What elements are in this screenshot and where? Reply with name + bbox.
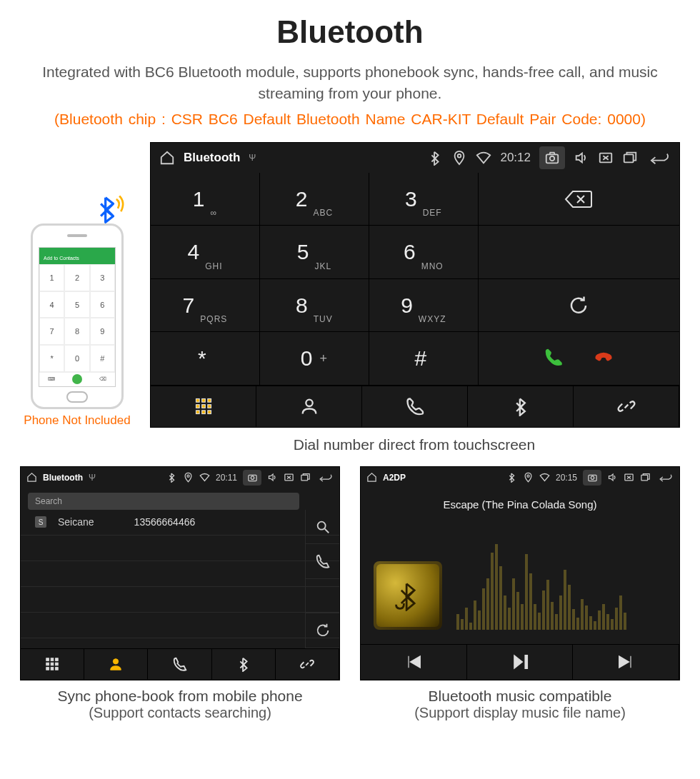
screenshot-button[interactable] [583,470,601,486]
pb-bottom-nav [21,648,339,680]
play-pause-button[interactable] [467,645,574,680]
hangup-button[interactable] [593,346,614,371]
svg-rect-28 [51,668,54,670]
volume-icon[interactable] [607,472,618,483]
svg-rect-26 [56,663,59,666]
backspace-button[interactable] [479,173,679,226]
svg-rect-29 [56,668,59,670]
equalizer-visual [456,544,666,630]
close-app-icon[interactable] [624,472,634,483]
wifi-icon [539,472,550,483]
svg-point-15 [187,475,189,477]
contact-row-empty [21,536,339,561]
search-input[interactable]: Search [28,493,299,510]
nav-contacts[interactable] [256,386,362,427]
home-icon[interactable] [26,472,37,483]
nav-bluetooth[interactable] [212,649,276,680]
key-0[interactable]: 0+ [260,332,369,386]
wifi-icon [199,472,210,483]
side-search-button[interactable] [305,510,339,545]
nav-pair[interactable] [574,386,679,427]
music-screenshot: A2DP 20:15 Escape (The Pina Colada Song) [360,466,680,680]
key-2[interactable]: 2ABC [260,173,369,226]
prev-track-button[interactable] [361,645,467,680]
key-8[interactable]: 8TUV [260,279,369,333]
svg-point-2 [550,156,554,161]
screenshot-button[interactable] [539,146,565,169]
nav-calllog[interactable] [362,386,468,427]
contact-row[interactable]: S Seicane 13566664466 [21,510,339,536]
home-icon[interactable] [366,472,377,483]
svg-rect-12 [201,411,205,414]
svg-rect-22 [51,658,54,661]
volume-icon[interactable] [574,150,589,166]
bluetooth-status-icon [166,472,177,483]
key-5[interactable]: 5JKL [260,226,369,279]
contact-number: 13566664466 [134,516,196,528]
key-7[interactable]: 7PQRS [151,279,260,333]
key-9[interactable]: 9WXYZ [369,279,479,333]
dial-keypad: 1∞ 2ABC 3DEF 4GHI 5JKL 6MNO 7PQRS 8TUV 9… [151,173,479,386]
caption-dialer: Dial number direct from touchscreen [149,436,680,453]
bluetooth-badge-icon [90,191,127,231]
music-status-bar: A2DP 20:15 [361,467,679,488]
contact-initial: S [35,516,46,528]
contact-row-empty [21,561,339,587]
phonebook-screenshot: Bluetooth Ψ 20:11 Search [20,466,340,680]
back-icon[interactable] [646,150,671,166]
next-track-button[interactable] [573,645,679,680]
contact-row-empty [21,587,339,613]
nav-contacts[interactable] [84,649,148,680]
clock: 20:11 [216,473,237,483]
app-title: A2DP [383,473,406,483]
nav-calllog[interactable] [148,649,211,680]
svg-point-20 [317,521,325,529]
close-app-icon[interactable] [284,472,294,483]
call-button[interactable] [543,346,564,371]
side-refresh-button[interactable] [305,613,339,648]
svg-rect-21 [46,658,49,661]
screenshot-button[interactable] [243,470,261,486]
recent-apps-icon[interactable] [640,472,651,483]
redial-button[interactable] [479,279,679,333]
svg-point-31 [527,475,529,477]
usb-icon: Ψ [249,153,256,163]
nav-dialpad[interactable] [151,386,256,427]
key-4[interactable]: 4GHI [151,226,260,279]
key-6[interactable]: 6MNO [369,226,479,279]
spec-line: (Bluetooth chip : CSR BC6 Default Blueto… [20,111,680,128]
caption-music: Bluetooth music compatible (Support disp… [360,688,680,721]
key-1[interactable]: 1∞ [151,173,260,226]
svg-rect-23 [56,658,59,661]
app-title: Bluetooth [43,473,83,483]
pb-status-bar: Bluetooth Ψ 20:11 [21,467,339,488]
svg-point-33 [591,476,594,479]
nav-bluetooth[interactable] [468,386,574,427]
svg-rect-9 [201,405,205,408]
nav-pair[interactable] [276,649,339,680]
close-app-icon[interactable] [598,150,614,166]
key-star[interactable]: * [151,332,260,386]
page-title: Bluetooth [20,14,680,50]
svg-rect-8 [196,405,199,408]
page-subtitle: Integrated with BC6 Bluetooth module, su… [36,61,664,105]
recent-apps-icon[interactable] [622,150,638,166]
svg-rect-11 [196,411,199,414]
phone-not-included-note: Phone Not Included [20,413,134,428]
svg-rect-19 [301,476,308,481]
recent-apps-icon[interactable] [300,472,311,483]
volume-icon[interactable] [267,472,278,483]
clock: 20:15 [556,473,577,483]
key-hash[interactable]: # [369,332,479,386]
app-title: Bluetooth [184,151,240,165]
svg-point-30 [114,659,119,664]
key-3[interactable]: 3DEF [369,173,479,226]
song-title: Escape (The Pina Colada Song) [443,498,596,511]
back-icon[interactable] [316,472,334,483]
back-icon[interactable] [656,472,674,483]
svg-rect-5 [196,399,199,403]
location-icon [451,150,467,166]
home-icon[interactable] [159,150,175,166]
side-call-button[interactable] [305,544,339,579]
nav-dialpad[interactable] [21,649,84,680]
